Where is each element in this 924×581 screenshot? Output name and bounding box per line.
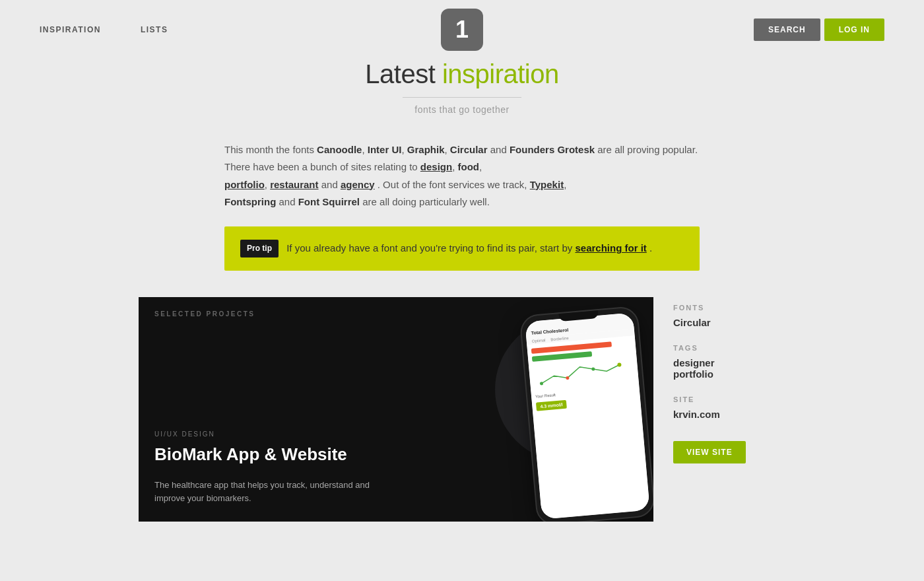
label-optimal: Optimal [532, 338, 546, 343]
sidebar: FONTS Circular TAGS designer portfolio S… [653, 297, 785, 463]
view-site-button[interactable]: VIEW SITE [673, 441, 746, 463]
page-title-start: Latest [365, 59, 442, 88]
title-section: Latest inspiration fonts that go togethe… [0, 59, 924, 115]
service-typekit[interactable]: Typekit [530, 179, 564, 190]
project-wrapper: SELECTED PROJECTS UI/UX DESIGN BioMark A… [139, 297, 653, 522]
tag-agency[interactable]: agency [341, 179, 375, 190]
desc-intro: This month the fonts [224, 144, 317, 155]
page-title: Latest inspiration [0, 59, 924, 89]
project-title: BioMark App & Website [154, 444, 466, 465]
sidebar-site-label: SITE [673, 395, 785, 403]
sidebar-fonts-section: FONTS Circular [673, 304, 785, 328]
pro-tip-text: If you already have a font and you're tr… [286, 242, 575, 254]
sidebar-tag-designer[interactable]: designer [673, 357, 785, 368]
phone-chart: Your Result 4.3 mmol/l [527, 335, 649, 519]
svg-point-3 [617, 362, 622, 367]
title-divider [403, 97, 521, 98]
desc-and: and [490, 144, 510, 155]
project-category: UI/UX DESIGN [154, 430, 466, 438]
sidebar-fonts-label: FONTS [673, 304, 785, 312]
sidebar-tags-section: TAGS designer portfolio [673, 344, 785, 380]
main-content: Latest inspiration fonts that go togethe… [0, 59, 924, 522]
description-area: This month the fonts Canoodle, Inter UI,… [211, 141, 713, 271]
pro-tip-label: Pro tip [240, 240, 279, 257]
nav-lists-link[interactable]: LISTS [141, 25, 168, 34]
font-graphik[interactable]: Graphik [407, 144, 445, 155]
project-card[interactable]: SELECTED PROJECTS UI/UX DESIGN BioMark A… [139, 297, 653, 522]
font-canoodle[interactable]: Canoodle [317, 144, 362, 155]
nav-left: INSPIRATION LISTS [40, 25, 168, 34]
desc-end: are all doing particularly well. [362, 196, 490, 207]
desc-and2: and [321, 179, 341, 190]
project-description: The healthcare app that helps you track,… [154, 479, 379, 506]
logo-container: 1 [441, 9, 483, 51]
service-fontspring[interactable]: Fontspring [224, 196, 276, 207]
featured-area: SELECTED PROJECTS UI/UX DESIGN BioMark A… [139, 297, 785, 522]
font-circular[interactable]: Circular [450, 144, 488, 155]
search-button[interactable]: SEARCH [754, 18, 820, 41]
pro-tip-end: . [649, 242, 652, 254]
tag-portfolio[interactable]: portfolio [224, 179, 265, 190]
login-button[interactable]: LOG IN [824, 18, 884, 41]
header: INSPIRATION LISTS 1 SEARCH LOG IN [0, 0, 924, 59]
nav-inspiration-link[interactable]: INSPIRATION [40, 25, 101, 34]
sidebar-site-value[interactable]: krvin.com [673, 409, 785, 420]
pro-tip-link[interactable]: searching for it [575, 242, 646, 254]
page-title-highlight: inspiration [442, 59, 559, 88]
desc-and3: and [279, 196, 298, 207]
sidebar-tag-portfolio[interactable]: portfolio [673, 368, 785, 380]
logo[interactable]: 1 [441, 9, 483, 51]
phone-screen: Total Cholesterol Optimal Borderline [525, 313, 650, 520]
font-inter-ui[interactable]: Inter UI [368, 144, 402, 155]
tag-restaurant[interactable]: restaurant [270, 179, 318, 190]
chart-bar-red [531, 342, 612, 355]
phone-mockup: Total Cholesterol Optimal Borderline [519, 306, 653, 522]
sidebar-fonts-value[interactable]: Circular [673, 317, 785, 328]
service-font-squirrel[interactable]: Font Squirrel [298, 196, 360, 207]
phone-result-badge: 4.3 mmol/l [536, 400, 567, 411]
nav-right: SEARCH LOG IN [754, 18, 884, 41]
sidebar-tags-label: TAGS [673, 344, 785, 352]
font-founders-grotesk[interactable]: Founders Grotesk [510, 144, 595, 155]
tag-design[interactable]: design [420, 161, 452, 172]
description-text: This month the fonts Canoodle, Inter UI,… [224, 141, 700, 211]
pro-tip-box: Pro tip If you already have a font and y… [224, 226, 700, 271]
tag-food[interactable]: food [458, 161, 479, 172]
phone-area: Total Cholesterol Optimal Borderline [482, 297, 653, 522]
sidebar-site-section: SITE krvin.com [673, 395, 785, 420]
page-subtitle: fonts that go together [0, 104, 924, 115]
svg-point-2 [591, 367, 595, 370]
desc-services-intro: . Out of the font services we track, [378, 179, 530, 190]
